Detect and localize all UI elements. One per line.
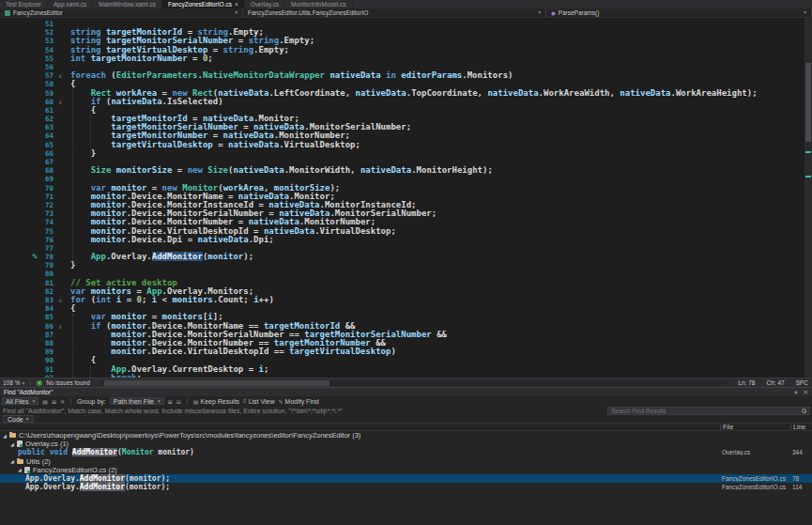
type-dropdown[interactable]: FancyZonesEditor.Utils.FancyZonesEditorI…: [243, 8, 546, 17]
code-filter-dropdown[interactable]: Code ▾: [3, 415, 34, 423]
code-filter-label: Code: [8, 416, 23, 423]
panel-title-bar: Find "AddMonitor" ▾ ✕: [0, 388, 812, 396]
code-line[interactable]: 78✎ App.Overlay.AddMonitor(monitor);: [0, 253, 804, 261]
tab-monitorinfomodel-cs[interactable]: MonitorInfoModel.cs: [285, 0, 353, 8]
close-icon[interactable]: ×: [235, 0, 238, 8]
line-number: 69: [0, 175, 54, 183]
keep-results-toggle[interactable]: ▤ Keep Results: [193, 398, 239, 405]
editor-status-strip: 108 % ▾ ✓ No issues found Ln: 78 Ch: 47 …: [0, 378, 812, 387]
line-number: 70: [0, 184, 54, 193]
modify-find-label: Modify Find: [285, 398, 319, 405]
csharp-project-icon: [5, 10, 10, 16]
line-number: 59: [0, 89, 54, 98]
tab-test-explorer[interactable]: Test Explorer: [0, 0, 48, 8]
project-name: FancyZonesEditor: [13, 8, 63, 17]
column-header-line[interactable]: Line: [790, 424, 812, 430]
editor-vertical-scrollbar[interactable]: [804, 18, 812, 378]
result-file: FancyZonesEditorIO.cs: [720, 475, 790, 482]
tab-mainwindow-xaml-cs[interactable]: MainWindow.xaml.cs: [93, 0, 162, 8]
code-line[interactable]: 76 monitor.Device.Dpi = nativeData.Dpi;: [0, 236, 804, 244]
result-text: App.Overlay.AddMonitor(monitor);: [0, 474, 720, 483]
code-line[interactable]: 60∨ if (nativeData.IsSelected): [0, 98, 804, 106]
project-dropdown[interactable]: FancyZonesEditor ▾: [0, 8, 243, 17]
search-summary-text: Find all "AddMonitor", Match case, Match…: [3, 408, 343, 414]
expand-all-icon[interactable]: ⊞: [168, 398, 173, 405]
result-text: ◢Utils (2): [0, 457, 720, 466]
expander-icon[interactable]: ◢: [18, 467, 24, 472]
member-dropdown[interactable]: ◆ ParseParams() ▾: [546, 8, 812, 17]
results-search-box[interactable]: [607, 407, 810, 415]
code-line[interactable]: 89 monitor.Device.VirtualDesktopId == ta…: [0, 347, 804, 356]
find-results-panel: Find "AddMonitor" ▾ ✕ All Files ▾ ▤ ⊞ ✕ …: [0, 387, 812, 525]
expand-all-icon[interactable]: ⊞: [52, 398, 56, 405]
code-line[interactable]: 65 targetVirtualDesktop = nativeData.Vir…: [0, 141, 804, 149]
code-line[interactable]: 57∨foreach (EditorParameters.NativeMonit…: [0, 71, 804, 80]
keep-results-label: Keep Results: [200, 398, 239, 405]
line-position: Ln: 78: [738, 379, 755, 386]
result-group-row[interactable]: ◢C:\Users\zhaopengwang\Desktop\powertoys…: [0, 431, 812, 440]
chevron-down-icon: ▾: [804, 8, 806, 17]
line-number: 72: [0, 201, 54, 209]
line-number: 77: [0, 244, 54, 253]
modify-find-button[interactable]: ✎ Modify Find: [279, 398, 319, 405]
health-check-icon[interactable]: ✓: [37, 380, 42, 386]
group-by-dropdown[interactable]: Path then File ▾: [110, 397, 164, 405]
result-match-row[interactable]: App.Overlay.AddMonitor(monitor);FancyZon…: [0, 474, 812, 483]
result-match-row[interactable]: App.Overlay.AddMonitor(monitor);FancyZon…: [0, 483, 812, 491]
tab-overlay-cs[interactable]: Overlay.cs: [245, 0, 285, 8]
fold-chevron-icon[interactable]: ∨: [58, 98, 62, 106]
result-match-row[interactable]: public void AddMonitor(Monitor monitor)O…: [0, 448, 812, 456]
result-group-row[interactable]: ◢Overlay.cs (1): [0, 440, 812, 448]
results-tree: ◢C:\Users\zhaopengwang\Desktop\powertoys…: [0, 431, 812, 491]
list-view-label: List View: [249, 398, 275, 405]
group-by-label: Group by:: [77, 398, 106, 405]
line-number: 86: [0, 322, 54, 331]
code-line[interactable]: 83∨for (int i = 0; i < monitors.Count; i…: [0, 296, 804, 304]
collapse-all-icon[interactable]: ⊟: [176, 398, 181, 405]
edit-marker-icon: ✎: [32, 253, 38, 261]
result-group-row[interactable]: ◢FancyZonesEditorIO.cs (2): [0, 466, 812, 474]
expander-icon[interactable]: ◢: [10, 458, 17, 464]
code-text: Size monitorSize = new Size(nativeData.M…: [70, 166, 493, 175]
zoom-control[interactable]: 108 % ▾: [3, 379, 24, 386]
code-line[interactable]: 79}: [0, 261, 804, 270]
scrollbar-thumb[interactable]: [805, 63, 811, 142]
fold-chevron-icon[interactable]: ∨: [58, 71, 62, 80]
code-text: for (int i = 0; i < monitors.Count; i++): [70, 296, 274, 304]
code-line[interactable]: 55int targetMonitorNumber = 0;: [0, 54, 804, 63]
chevron-down-icon: ▾: [33, 398, 36, 405]
result-group-row[interactable]: ◢Utils (2): [0, 457, 812, 466]
close-icon[interactable]: ✕: [804, 389, 808, 396]
divider: [187, 398, 188, 405]
results-search-input[interactable]: [608, 408, 801, 414]
method-icon: ◆: [551, 10, 556, 16]
code-text: }: [70, 261, 75, 270]
line-number: 73: [0, 209, 54, 218]
space-mode[interactable]: SPC: [796, 379, 808, 386]
group-by-value: Path then File: [114, 398, 154, 405]
csharp-file-icon: [17, 440, 23, 447]
search-summary-row: Find all "AddMonitor", Match case, Match…: [0, 406, 812, 415]
column-header-file[interactable]: File: [720, 424, 790, 430]
chevron-down-icon: ▾: [538, 8, 541, 17]
clear-results-icon[interactable]: ✕: [60, 398, 65, 405]
window-menu-icon[interactable]: ▾: [794, 389, 797, 396]
files-filter-dropdown[interactable]: All Files ▾: [2, 397, 38, 405]
fold-chevron-icon[interactable]: ∨: [58, 296, 62, 304]
editor-horizontal-scrollbar[interactable]: [101, 380, 728, 386]
expander-icon[interactable]: ◢: [10, 441, 17, 447]
scrollbar-thumb[interactable]: [104, 380, 329, 386]
code-line[interactable]: 66 }: [0, 149, 804, 158]
tab-fancyzoneseditorio-cs[interactable]: FancyZonesEditorIO.cs×: [162, 0, 245, 8]
result-text: public void AddMonitor(Monitor monitor): [0, 448, 720, 456]
fold-chevron-icon[interactable]: ∨: [58, 322, 62, 331]
code-line[interactable]: 68 Size monitorSize = new Size(nativeDat…: [0, 166, 804, 175]
pencil-icon: ✎: [279, 398, 283, 405]
tab-app-xaml-cs[interactable]: App.xaml.cs: [48, 0, 93, 8]
expander-icon[interactable]: ◢: [3, 433, 9, 439]
panel-title: Find "AddMonitor": [4, 389, 53, 395]
result-file: FancyZonesEditorIO.cs: [720, 484, 790, 490]
code-editor[interactable]: 5152string targetMonitorId = string.Empt…: [0, 18, 804, 378]
files-icon[interactable]: ▤: [42, 398, 48, 405]
list-view-toggle[interactable]: ≡ List View: [243, 398, 274, 405]
